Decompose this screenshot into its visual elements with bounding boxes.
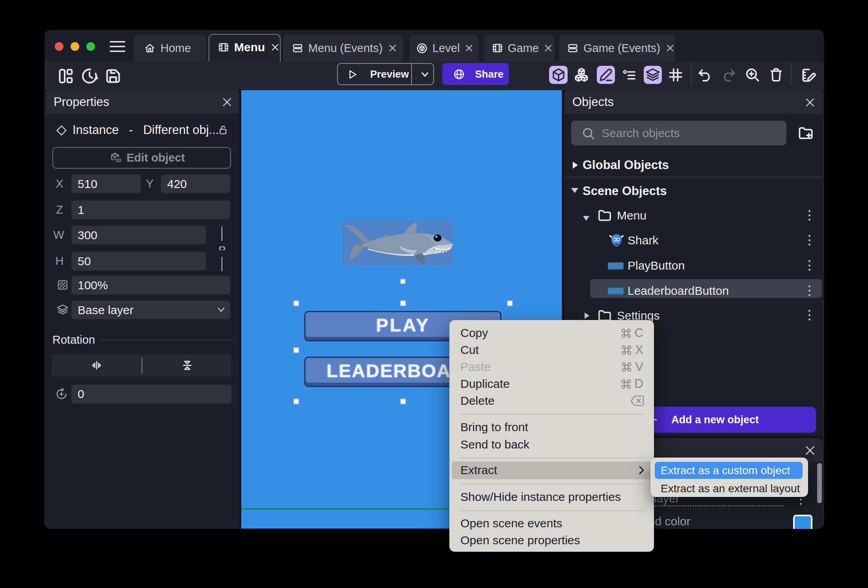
svg-text:2D: 2D (116, 158, 121, 163)
